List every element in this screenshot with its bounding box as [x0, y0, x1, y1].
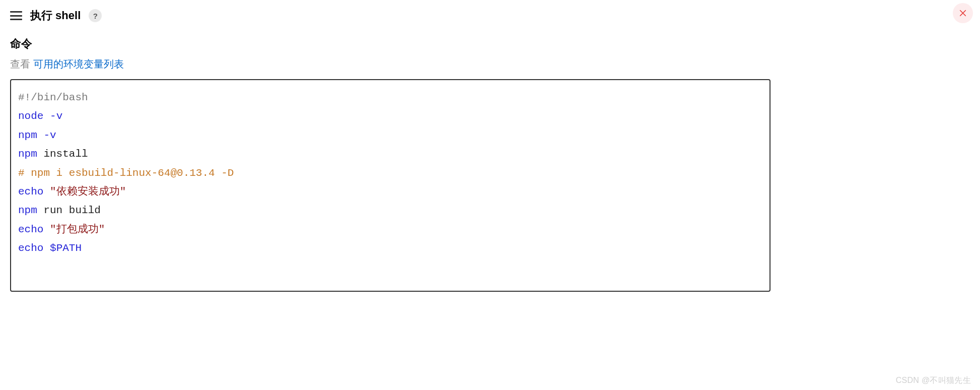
script-token: npm: [18, 148, 37, 160]
script-token: [43, 242, 50, 254]
script-line: node -v: [18, 107, 762, 125]
content-area: 命令 查看 可用的环境变量列表 #!/bin/bashnode -vnpm -v…: [0, 31, 980, 292]
script-line: # npm i esbuild-linux-64@0.13.4 -D: [18, 164, 762, 182]
watermark-text: CSDN @不叫猫先生: [896, 375, 971, 386]
script-token: install: [37, 148, 88, 160]
hint-prefix: 查看: [10, 58, 33, 70]
script-token: npm: [18, 205, 37, 216]
env-vars-link[interactable]: 可用的环境变量列表: [33, 58, 124, 70]
script-token: echo: [18, 242, 43, 254]
close-icon: [958, 9, 967, 18]
script-token: # npm i esbuild-linux-64@0.13.4 -D: [18, 167, 234, 179]
script-line: #!/bin/bash: [18, 88, 762, 107]
script-token: "依赖安装成功": [50, 186, 126, 198]
step-title: 执行 shell: [30, 8, 81, 23]
script-token: "打包成功": [50, 224, 105, 235]
script-token: npm: [18, 129, 37, 141]
script-line: npm -v: [18, 126, 762, 145]
script-line: npm install: [18, 145, 762, 163]
script-token: echo: [18, 224, 43, 235]
script-token: [43, 186, 50, 198]
step-header: 执行 shell ?: [0, 0, 980, 31]
drag-handle-icon[interactable]: [10, 11, 22, 20]
help-icon[interactable]: ?: [89, 9, 102, 22]
script-token: -v: [43, 129, 56, 141]
script-token: node: [18, 110, 43, 122]
script-token: run build: [37, 205, 101, 216]
script-token: $PATH: [50, 242, 82, 254]
script-line: npm run build: [18, 201, 762, 220]
command-textarea[interactable]: #!/bin/bashnode -vnpm -vnpm install# npm…: [10, 79, 771, 292]
close-button[interactable]: [953, 3, 973, 23]
script-token: -v: [50, 110, 62, 122]
script-line: echo $PATH: [18, 239, 762, 257]
script-token: [43, 110, 50, 122]
field-label-command: 命令: [10, 36, 970, 51]
script-token: echo: [18, 186, 43, 198]
script-line: echo "打包成功": [18, 220, 762, 239]
script-token: [37, 129, 44, 141]
script-token: [43, 224, 50, 235]
script-token: #!/bin/bash: [18, 92, 88, 103]
script-line: echo "依赖安装成功": [18, 182, 762, 201]
hint-row: 查看 可用的环境变量列表: [10, 57, 970, 71]
